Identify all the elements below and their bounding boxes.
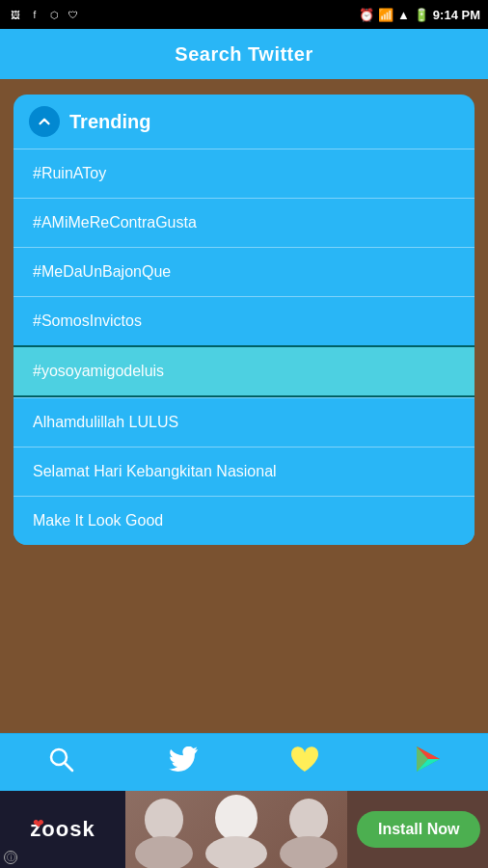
picture-icon: 🖼	[8, 8, 23, 21]
play-store-icon	[413, 745, 442, 780]
nav-item-favorites[interactable]	[276, 739, 334, 787]
trending-card: Trending #RuinAToy #AMiMeReContraGusta #…	[14, 95, 474, 545]
status-bar-right: ⏰ 📶 ▲ 🔋 9:14 PM	[359, 8, 480, 22]
trending-list: #RuinAToy #AMiMeReContraGusta #MeDaUnBaj…	[14, 149, 474, 545]
battery-icon: 🔋	[414, 8, 429, 22]
ad-faces-svg	[125, 791, 347, 868]
bottom-nav	[0, 733, 488, 791]
status-bar-left: 🖼 f ⬡ 🛡	[8, 8, 81, 21]
search-nav-icon	[46, 745, 75, 780]
ad-info-icon: ⓘ	[4, 851, 17, 864]
install-now-button[interactable]: Install Now	[357, 811, 480, 848]
nav-item-store[interactable]	[398, 739, 456, 787]
signal-icon: ▲	[397, 8, 410, 22]
list-item[interactable]: Alhamdulillah LULUS	[14, 397, 474, 447]
ad-logo-heart-icon: ❤	[33, 816, 44, 831]
nav-item-twitter[interactable]	[154, 739, 212, 787]
list-item[interactable]: #AMiMeReContraGusta	[14, 198, 474, 247]
list-item[interactable]: #RuinAToy	[14, 149, 474, 198]
nav-item-search[interactable]	[32, 739, 90, 787]
list-item[interactable]: #SomosInvictos	[14, 296, 474, 345]
list-item[interactable]: #MeDaUnBajonQue	[14, 247, 474, 296]
app-header-title: Search Twitter	[175, 43, 312, 66]
app-header: Search Twitter	[0, 29, 488, 79]
time-display: 9:14 PM	[433, 8, 480, 22]
svg-point-9	[205, 836, 267, 868]
trending-header: Trending	[14, 95, 474, 149]
list-item[interactable]: Make It Look Good	[14, 496, 474, 545]
list-item[interactable]: Selamat Hari Kebangkitan Nasional	[14, 447, 474, 496]
list-item[interactable]: #yosoyamigodeluis	[14, 345, 474, 397]
trending-title: Trending	[69, 111, 150, 133]
svg-point-6	[145, 799, 183, 841]
wifi-icon: 📶	[378, 8, 393, 22]
svg-point-7	[135, 836, 193, 868]
svg-point-11	[280, 836, 338, 868]
ad-people-image	[125, 791, 347, 868]
svg-point-8	[215, 795, 258, 841]
facebook-icon: f	[27, 8, 42, 21]
twitter-bird-icon	[169, 746, 198, 778]
svg-line-1	[65, 763, 72, 771]
main-content: Trending #RuinAToy #AMiMeReContraGusta #…	[0, 79, 488, 733]
ad-logo-area: zoosk ❤ ⓘ	[0, 791, 125, 868]
trending-chevron-icon	[29, 106, 60, 137]
shield-icon: 🛡	[66, 8, 81, 21]
heart-nav-icon	[290, 746, 319, 779]
svg-point-10	[289, 799, 328, 841]
alarm-icon: ⏰	[359, 8, 374, 22]
ad-banner: zoosk ❤ ⓘ Install Now	[0, 791, 488, 868]
status-bar: 🖼 f ⬡ 🛡 ⏰ 📶 ▲ 🔋 9:14 PM	[0, 0, 488, 29]
chrome-icon: ⬡	[46, 8, 62, 21]
